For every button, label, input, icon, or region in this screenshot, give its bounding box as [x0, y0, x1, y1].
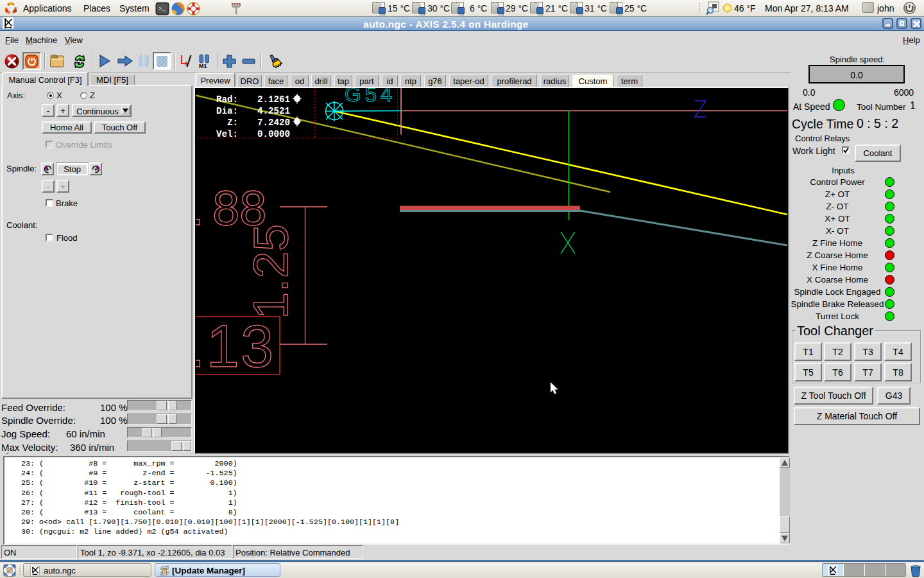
- svg-text:1.25: 1.25: [243, 224, 298, 319]
- svg-text:M1: M1: [199, 63, 207, 69]
- svg-text:2.1261: 2.1261: [257, 94, 290, 105]
- svg-text:Vel:: Vel:: [216, 129, 238, 139]
- svg-text:Rad:: Rad:: [216, 94, 238, 105]
- svg-text:7.2420: 7.2420: [257, 118, 290, 128]
- svg-text:2.13: 2.13: [196, 313, 275, 379]
- svg-text:Z:: Z:: [227, 118, 238, 128]
- svg-text:G54: G54: [345, 88, 396, 106]
- svg-text:Dia:: Dia:: [216, 106, 238, 116]
- svg-text:4.2521: 4.2521: [257, 106, 290, 116]
- svg-text:.: .: [196, 180, 204, 235]
- svg-text:0.0000: 0.0000: [257, 129, 290, 139]
- svg-text:>_: >_: [158, 6, 166, 12]
